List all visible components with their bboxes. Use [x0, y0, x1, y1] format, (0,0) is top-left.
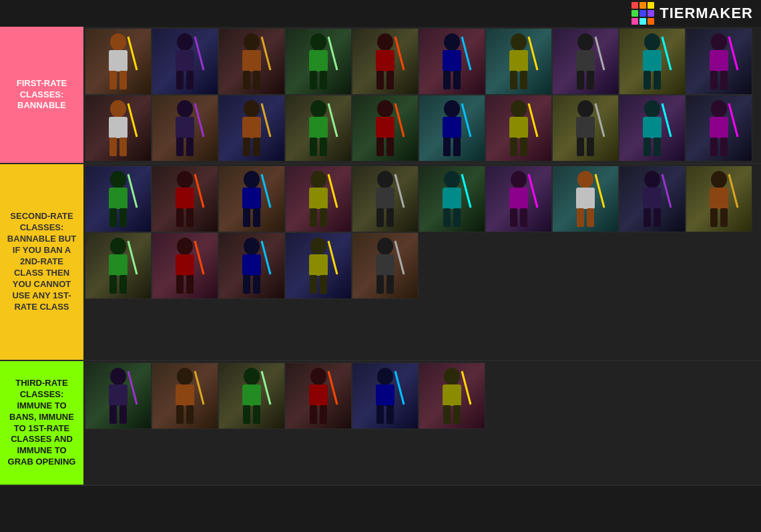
- character-slot[interactable]: [552, 28, 619, 95]
- header: TiERMAKER: [0, 0, 761, 27]
- character-slot[interactable]: [285, 166, 352, 232]
- character-slot[interactable]: [485, 166, 552, 232]
- svg-rect-174: [387, 275, 394, 294]
- svg-line-82: [529, 103, 537, 137]
- svg-rect-96: [710, 117, 728, 138]
- character-slot[interactable]: [218, 166, 285, 232]
- character-slot[interactable]: [619, 166, 686, 232]
- svg-rect-71: [376, 117, 395, 138]
- character-slot[interactable]: [552, 166, 619, 232]
- tier-row-third: THIRD-RATE CLASSES: IMMUNE TO BANS, IMMU…: [0, 361, 761, 486]
- svg-rect-8: [176, 71, 184, 89]
- svg-rect-194: [320, 405, 327, 424]
- svg-rect-124: [387, 208, 394, 227]
- svg-rect-88: [577, 138, 584, 156]
- svg-rect-6: [176, 50, 194, 71]
- svg-rect-13: [243, 71, 250, 89]
- character-slot[interactable]: [552, 95, 619, 162]
- svg-rect-149: [720, 208, 728, 227]
- character-slot[interactable]: [85, 232, 152, 299]
- svg-point-140: [644, 171, 660, 188]
- svg-point-55: [177, 100, 193, 117]
- character-slot[interactable]: [152, 232, 218, 299]
- svg-rect-158: [176, 275, 184, 294]
- svg-point-200: [444, 368, 460, 385]
- character-slot[interactable]: [218, 28, 285, 95]
- character-slot[interactable]: [686, 166, 752, 232]
- svg-line-27: [462, 37, 471, 70]
- svg-rect-59: [186, 138, 194, 156]
- svg-line-52: [128, 103, 137, 137]
- character-slot[interactable]: [419, 362, 485, 429]
- svg-point-60: [244, 100, 260, 117]
- character-slot[interactable]: [218, 232, 285, 299]
- svg-line-22: [395, 37, 404, 70]
- svg-point-195: [377, 368, 393, 385]
- logo-cell: [640, 2, 646, 9]
- character-slot[interactable]: [352, 28, 419, 95]
- character-slot[interactable]: [352, 232, 419, 299]
- tier-container: FIRST-RATE CLASSES: BANNABLE SECOND-RATE…: [0, 27, 761, 486]
- svg-point-155: [177, 238, 193, 255]
- svg-rect-23: [376, 71, 384, 89]
- character-slot[interactable]: [285, 232, 352, 299]
- svg-rect-119: [320, 208, 327, 227]
- character-slot[interactable]: [85, 362, 152, 429]
- character-slot[interactable]: [85, 95, 152, 162]
- svg-line-57: [195, 103, 204, 137]
- svg-line-37: [595, 37, 604, 70]
- character-slot[interactable]: [352, 95, 419, 162]
- character-slot[interactable]: [285, 28, 352, 95]
- character-slot[interactable]: [619, 28, 686, 95]
- svg-rect-108: [176, 208, 184, 227]
- tier-content-first: [83, 27, 761, 163]
- svg-line-192: [328, 371, 337, 405]
- svg-rect-74: [387, 138, 394, 156]
- character-slot[interactable]: [85, 28, 152, 95]
- character-slot[interactable]: [619, 95, 686, 162]
- logo-cell: [648, 2, 654, 9]
- character-slot[interactable]: [419, 95, 485, 162]
- svg-line-117: [328, 174, 337, 208]
- svg-rect-188: [243, 405, 250, 424]
- character-slot[interactable]: [686, 28, 752, 95]
- svg-point-100: [110, 171, 126, 188]
- character-slot[interactable]: [352, 166, 419, 232]
- character-slot[interactable]: [686, 95, 752, 162]
- character-slot[interactable]: [352, 362, 419, 429]
- svg-rect-169: [320, 275, 327, 294]
- svg-line-107: [195, 174, 204, 208]
- character-slot[interactable]: [218, 95, 285, 162]
- svg-rect-93: [644, 138, 651, 156]
- character-slot[interactable]: [285, 362, 352, 429]
- character-slot[interactable]: [85, 166, 152, 232]
- svg-rect-126: [443, 188, 461, 209]
- character-slot[interactable]: [152, 95, 218, 162]
- svg-rect-179: [119, 405, 127, 424]
- svg-rect-191: [309, 384, 328, 406]
- logo-cell: [631, 18, 638, 25]
- character-slot[interactable]: [285, 95, 352, 162]
- tier-content-second: [83, 164, 761, 360]
- character-slot[interactable]: [419, 166, 485, 232]
- character-slot[interactable]: [485, 28, 552, 95]
- svg-rect-113: [243, 208, 250, 227]
- svg-line-62: [262, 103, 270, 137]
- character-slot[interactable]: [152, 166, 218, 232]
- svg-rect-106: [176, 188, 194, 209]
- svg-rect-81: [509, 117, 528, 138]
- svg-point-190: [310, 368, 326, 385]
- tier-row-second: SECOND-RATE CLASSES: BANNABLE BUT IF YOU…: [0, 164, 761, 361]
- svg-rect-148: [710, 208, 718, 227]
- svg-rect-196: [376, 384, 395, 406]
- logo-cell: [631, 10, 638, 17]
- character-slot[interactable]: [218, 362, 285, 429]
- svg-point-115: [310, 171, 326, 188]
- character-slot[interactable]: [419, 28, 485, 95]
- svg-rect-166: [309, 254, 328, 276]
- svg-rect-66: [309, 117, 328, 138]
- svg-rect-131: [509, 188, 528, 209]
- character-slot[interactable]: [152, 362, 218, 429]
- character-slot[interactable]: [152, 28, 218, 95]
- character-slot[interactable]: [485, 95, 552, 162]
